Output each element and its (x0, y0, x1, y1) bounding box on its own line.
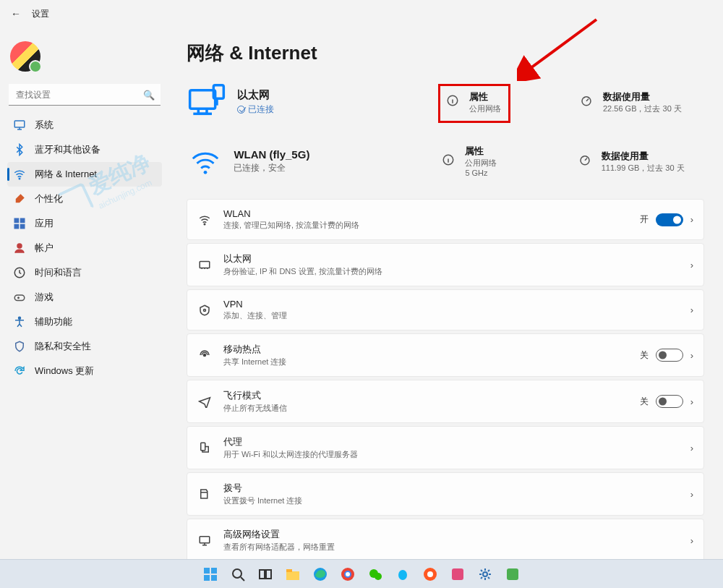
svg-point-28 (233, 569, 241, 578)
toggle-switch[interactable] (656, 395, 683, 408)
card-移动热点[interactable]: 移动热点 共享 Internet 连接 关 › (187, 333, 704, 377)
card-WLAN[interactable]: WLAN 连接, 管理已知网络, 按流量计费的网络 开 › (187, 199, 704, 240)
properties-title: 属性 (465, 145, 497, 158)
info-icon (442, 153, 458, 169)
svg-point-20 (204, 354, 206, 357)
svg-rect-21 (201, 443, 205, 451)
time-lang-icon (13, 266, 26, 279)
app1-icon[interactable] (446, 563, 469, 586)
sidebar-item-label: Windows 更新 (35, 365, 94, 378)
svg-point-6 (17, 244, 22, 248)
sidebar-item-label: 隐私和安全性 (35, 340, 91, 353)
settings-icon[interactable] (474, 563, 497, 586)
taskview-icon[interactable] (254, 563, 277, 586)
svg-point-43 (483, 572, 487, 576)
card-高级网络设置[interactable]: 高级网络设置 查看所有网络适配器，网络重置 › (187, 519, 704, 559)
privacy-icon (13, 340, 26, 353)
properties-block[interactable]: 属性 公用网络 (445, 90, 570, 114)
usage-sub: 22.56 GB，过去 30 天 (603, 103, 682, 114)
card-sub: 身份验证, IP 和 DNS 设置, 按流量计费的网络 (223, 266, 679, 277)
card-title: VPN (223, 299, 679, 310)
sidebar-item-1[interactable]: 蓝牙和其他设备 (7, 137, 162, 162)
svg-rect-24 (204, 568, 210, 574)
sidebar-item-label: 系统 (35, 119, 54, 132)
toggle-state-label: 开 (640, 213, 649, 226)
chevron-right-icon: › (690, 350, 693, 361)
wifi-icon (197, 213, 212, 227)
search-icon[interactable] (226, 563, 249, 586)
search-input[interactable] (9, 84, 161, 106)
sidebar-item-3[interactable]: 个性化 (7, 187, 162, 211)
gaming-icon (13, 291, 26, 304)
qq-icon[interactable] (391, 563, 414, 586)
info-icon (446, 94, 462, 110)
card-代理[interactable]: 代理 用于 Wi-Fi 和以太网连接的代理服务器 › (187, 426, 704, 469)
sidebar-item-5[interactable]: 帐户 (7, 236, 162, 260)
start-icon[interactable] (199, 563, 222, 586)
chevron-right-icon: › (690, 260, 693, 270)
sidebar-item-7[interactable]: 游戏 (7, 285, 162, 310)
svg-rect-32 (286, 569, 292, 572)
svg-rect-44 (507, 568, 518, 580)
card-title: 代理 (223, 435, 679, 448)
sidebar-item-4[interactable]: 应用 (7, 211, 162, 236)
svg-rect-4 (14, 225, 18, 229)
svg-rect-18 (200, 262, 210, 268)
wechat-icon[interactable] (364, 563, 387, 586)
chrome-icon[interactable] (336, 563, 359, 586)
svg-rect-3 (21, 218, 25, 222)
card-title: 拨号 (223, 482, 679, 495)
hotspot-icon (197, 348, 212, 362)
card-title: WLAN (223, 208, 628, 219)
card-sub: 共享 Internet 连接 (223, 357, 628, 367)
card-VPN[interactable]: VPN 添加、连接、管理 › (187, 289, 704, 331)
svg-rect-27 (211, 575, 217, 581)
properties-sub: 公用网络5 GHz (465, 158, 497, 179)
svg-point-19 (204, 309, 206, 311)
chevron-right-icon: › (690, 443, 693, 453)
svg-rect-26 (204, 575, 210, 581)
toggle-switch[interactable] (656, 349, 683, 362)
sidebar-item-label: 应用 (35, 217, 54, 230)
sidebar-item-0[interactable]: 系统 (7, 113, 162, 137)
chevron-right-icon: › (690, 535, 693, 546)
account-icon (13, 242, 26, 255)
data-usage-block[interactable]: 数据使用量 111.99 GB，过去 30 天 (578, 150, 704, 173)
sidebar-item-9[interactable]: 隐私和安全性 (7, 334, 162, 359)
svg-rect-2 (14, 218, 18, 222)
sidebar-item-8[interactable]: 辅助功能 (7, 310, 162, 334)
card-title: 高级网络设置 (223, 528, 679, 541)
svg-rect-25 (211, 568, 217, 574)
wifi-big-icon (187, 141, 223, 182)
connection-row-0: 以太网 已连接 属性 公用网络 数据使用量 22.56 GB，过去 30 天 (187, 76, 704, 135)
toggle-switch[interactable] (656, 213, 683, 226)
svg-point-9 (19, 317, 21, 319)
app2-icon[interactable] (501, 563, 524, 586)
browser2-icon[interactable] (419, 563, 442, 586)
user-avatar[interactable] (10, 41, 40, 72)
proxy-icon (197, 440, 212, 455)
search-icon: 🔍 (143, 90, 155, 101)
sidebar-item-2[interactable]: 网络 & Internet (7, 162, 162, 187)
meter-icon (578, 153, 594, 169)
properties-block[interactable]: 属性 公用网络5 GHz (442, 145, 568, 179)
toggle-state-label: 关 (640, 349, 649, 362)
sidebar-item-6[interactable]: 时间和语言 (7, 260, 162, 285)
card-title: 飞行模式 (223, 389, 628, 402)
card-拨号[interactable]: 拨号 设置拨号 Internet 连接 › (187, 472, 704, 516)
card-sub: 连接, 管理已知网络, 按流量计费的网络 (223, 220, 628, 231)
edge-icon[interactable] (309, 563, 332, 586)
svg-point-39 (398, 570, 407, 580)
usage-title: 数据使用量 (602, 150, 685, 163)
card-飞行模式[interactable]: 飞行模式 停止所有无线通信 关 › (187, 380, 704, 423)
sidebar-item-label: 网络 & Internet (35, 168, 97, 181)
back-button[interactable] (7, 5, 25, 22)
sidebar-item-10[interactable]: Windows 更新 (7, 359, 162, 383)
explorer-icon[interactable] (281, 563, 304, 586)
usage-title: 数据使用量 (603, 90, 682, 103)
card-以太网[interactable]: 以太网 身份验证, IP 和 DNS 设置, 按流量计费的网络 › (187, 243, 704, 286)
data-usage-block[interactable]: 数据使用量 22.56 GB，过去 30 天 (580, 90, 704, 114)
toggle-state-label: 关 (640, 396, 649, 408)
card-title: 以太网 (223, 252, 679, 265)
connection-name: WLAN (fly_5G) (234, 148, 422, 161)
